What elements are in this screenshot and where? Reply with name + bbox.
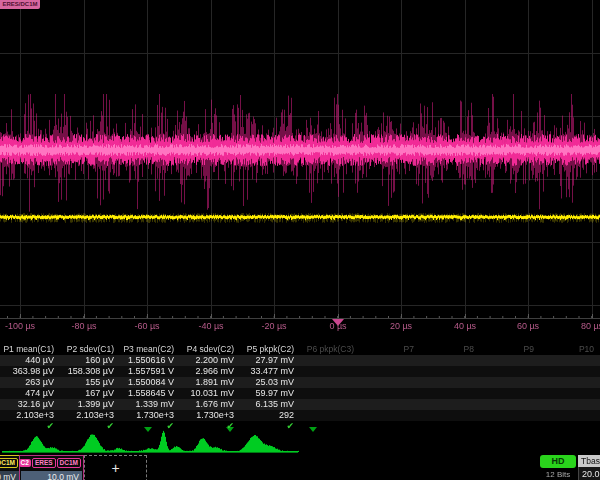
measurement-value: 1.730e+3 (180, 410, 240, 421)
measurement-value (480, 399, 540, 410)
param-header[interactable]: P8 (420, 344, 480, 355)
measurement-value: 25.03 mV (240, 377, 300, 388)
measurement-value: 440 µV (0, 355, 60, 366)
status-check-icon: ✔ (180, 421, 240, 432)
trace-badge[interactable]: ERES/DC1M (0, 0, 40, 9)
measurement-value (300, 377, 360, 388)
measurement-value: 363.98 µV (0, 366, 60, 377)
measurement-value (420, 388, 480, 399)
measurement-value: 292 (240, 410, 300, 421)
measurement-value: 1.558645 V (120, 388, 180, 399)
measurement-value: 474 µV (0, 388, 60, 399)
measurement-value (480, 366, 540, 377)
c2-vertical-scale: 10.0 mV (21, 471, 82, 480)
measurement-value (540, 410, 600, 421)
measurement-value: 1.891 mV (180, 377, 240, 388)
timebase-descriptor[interactable]: Tbase 20.0 µs (578, 455, 600, 480)
c2-label: C2 (19, 459, 31, 467)
measurement-value (480, 355, 540, 366)
status-check-icon (540, 421, 600, 432)
add-trace-button[interactable]: + (84, 455, 147, 480)
c2-coupling-badge: DC1M (57, 458, 81, 468)
measurement-value: 1.676 mV (180, 399, 240, 410)
measurement-value (480, 377, 540, 388)
time-axis: -100 µs-80 µs-60 µs-40 µs-20 µs0 µs20 µs… (0, 321, 600, 333)
measurement-value: 1.550616 V (120, 355, 180, 366)
measurement-value (420, 355, 480, 366)
time-tick-label: 80 µs (581, 321, 600, 331)
measurement-value (360, 410, 420, 421)
time-tick-label: -60 µs (134, 321, 159, 331)
measurement-value: 2.103e+3 (60, 410, 120, 421)
measurement-value (540, 399, 600, 410)
oscilloscope-screen: ERES/DC1M -100 µs-80 µs-60 µs-40 µs-20 µ… (0, 0, 600, 480)
measurement-value (360, 355, 420, 366)
measurement-value (300, 410, 360, 421)
param-header[interactable]: P7 (360, 344, 420, 355)
measurement-value (540, 366, 600, 377)
time-tick-label: 60 µs (517, 321, 539, 331)
measurement-value: 155 µV (60, 377, 120, 388)
measurement-value (540, 377, 600, 388)
measurement-value (360, 399, 420, 410)
measurement-value (300, 388, 360, 399)
measurement-value (300, 355, 360, 366)
param-header[interactable]: P6 pkpk(C3) (300, 344, 360, 355)
time-tick-label: 0 µs (329, 321, 346, 331)
time-tick-label: 20 µs (390, 321, 412, 331)
measurement-value: 1.557591 V (120, 366, 180, 377)
status-check-icon: ✔ (0, 421, 60, 432)
measurement-value: 32.16 µV (0, 399, 60, 410)
measurement-value: 263 µV (0, 377, 60, 388)
measurement-value (300, 366, 360, 377)
measurement-value: 1.339 mV (120, 399, 180, 410)
channel-descriptor-c2[interactable]: C2 ERES DC1M 10.0 mV (19, 455, 84, 480)
timebase-title: Tbase (578, 455, 600, 467)
measurement-value: 167 µV (60, 388, 120, 399)
measurement-value (360, 377, 420, 388)
measurement-value: 59.97 mV (240, 388, 300, 399)
measurement-value: 2.966 mV (180, 366, 240, 377)
status-check-icon: ✔ (240, 421, 300, 432)
param-header[interactable]: P5 pkpk(C2) (240, 344, 300, 355)
measurement-value (360, 388, 420, 399)
plus-icon: + (111, 460, 119, 476)
time-tick-label: -20 µs (261, 321, 286, 331)
param-header[interactable]: P10 (540, 344, 600, 355)
status-check-icon (300, 421, 360, 432)
measurement-value (420, 377, 480, 388)
measurement-value: 2.200 mV (180, 355, 240, 366)
channel-descriptor-c1[interactable]: C1 DC1M 10.0 mV (0, 455, 21, 480)
status-check-icon (360, 421, 420, 432)
measure-table: P1 mean(C1)P2 sdev(C1)P3 mean(C2)P4 sdev… (0, 344, 600, 432)
status-check-icon (420, 421, 480, 432)
measurement-value: 33.477 mV (240, 366, 300, 377)
time-tick-label: -80 µs (71, 321, 96, 331)
measurement-value: 1.730e+3 (120, 410, 180, 421)
measurement-value: 6.135 mV (240, 399, 300, 410)
param-header[interactable]: P3 mean(C2) (120, 344, 180, 355)
hd-bits-label: 12 Bits (538, 470, 578, 479)
measurement-value: 1.550084 V (120, 377, 180, 388)
measurement-value: 10.031 mV (180, 388, 240, 399)
time-tick-label: -100 µs (5, 321, 35, 331)
measurement-value (540, 388, 600, 399)
measurement-value: 2.103e+3 (0, 410, 60, 421)
time-tick-label: -40 µs (198, 321, 223, 331)
measurement-value (420, 410, 480, 421)
measurement-value (480, 388, 540, 399)
param-header[interactable]: P1 mean(C1) (0, 344, 60, 355)
measurement-value (480, 410, 540, 421)
measurement-value: 27.97 mV (240, 355, 300, 366)
measurement-value (540, 355, 600, 366)
measurement-value: 158.308 µV (60, 366, 120, 377)
param-header[interactable]: P2 sdev(C1) (60, 344, 120, 355)
param-header[interactable]: P4 sdev(C2) (180, 344, 240, 355)
hd-mode-badge[interactable]: HD (540, 455, 576, 468)
param-header[interactable]: P9 (480, 344, 540, 355)
measurement-value (420, 399, 480, 410)
measurement-value (300, 399, 360, 410)
status-check-icon: ✔ (60, 421, 120, 432)
measurement-value (360, 366, 420, 377)
timebase-value: 20.0 µs (578, 467, 600, 480)
